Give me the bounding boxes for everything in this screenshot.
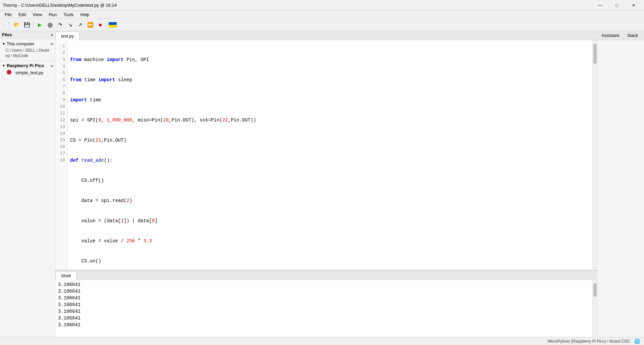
sidebar-files-label: Files <box>2 32 12 37</box>
shell-line-1: 3.106641 <box>58 281 590 288</box>
title-text: Thonny - C:\Users\DELL\Desktop\MyCode\te… <box>3 3 117 8</box>
editor-area: test.py 1 2 3 4 5 6 7 8 9 10 11 12 13 14… <box>55 31 597 337</box>
step-into-button[interactable]: ↘ <box>65 20 75 30</box>
shell-content[interactable]: 3.106641 3.106641 3.106641 3.106641 3.10… <box>55 280 592 337</box>
menu-view[interactable]: View <box>29 11 45 18</box>
editor-vscroll[interactable] <box>592 40 597 270</box>
shell-line-4: 3.106641 <box>58 301 590 308</box>
sidebar-scroll: ▼ This computer ≡ C:\ Users \ DELL \ Des… <box>0 39 55 337</box>
shell-row: 3.106641 3.106641 3.106641 3.106641 3.10… <box>55 280 597 337</box>
editor-scroll-thumb[interactable] <box>593 44 597 64</box>
debug-button[interactable]: ⬤ <box>45 20 55 30</box>
line-num-13: 13 <box>55 124 67 130</box>
new-file-button[interactable]: 📄 <box>2 20 11 30</box>
line-numbers: 1 2 3 4 5 6 7 8 9 10 11 12 13 14 15 16 1… <box>55 40 67 270</box>
sidebar-raspberry-header[interactable]: ▼ Raspberry Pi Pico ≡ <box>0 62 55 69</box>
menu-help[interactable]: Help <box>77 11 93 18</box>
sidebar-path-item[interactable]: C:\ Users \ DELL \ Desktop \ MyCode <box>0 47 55 59</box>
line-num-12: 12 <box>55 117 67 124</box>
close-button[interactable]: ✕ <box>626 0 641 10</box>
sidebar-this-computer-section: ▼ This computer ≡ C:\ Users \ DELL \ Des… <box>0 39 55 60</box>
expand-icon: ▼ <box>2 42 5 46</box>
shell-vscroll[interactable] <box>592 280 597 337</box>
shell-line-6: 3.106641 <box>58 315 590 322</box>
toolbar: 📄 📂 💾 ▶ ⬤ ↷ ↘ ↗ ⏩ ■ <box>0 19 644 31</box>
code-line-6: def read_adc(): <box>70 157 590 164</box>
stop-button[interactable]: ■ <box>96 20 105 30</box>
line-num-9: 9 <box>55 97 67 103</box>
line-num-17: 17 <box>55 150 67 157</box>
line-num-5: 5 <box>55 70 67 77</box>
menu-file[interactable]: File <box>1 11 15 18</box>
sidebar-file-label: simple_test.py <box>15 70 43 75</box>
code-line-1: from machine import Pin, SPI <box>70 56 590 63</box>
shell-scroll-thumb[interactable] <box>593 283 597 297</box>
language-icon[interactable]: 🌐 <box>634 339 640 344</box>
line-num-11: 11 <box>55 110 67 117</box>
sidebar: Files ≡ ▼ This computer ≡ C:\ Users \ DE… <box>0 31 55 337</box>
title-bar: Thonny - C:\Users\DELL\Desktop\MyCode\te… <box>0 0 644 11</box>
sidebar-collapse-icon[interactable]: ≡ <box>51 33 53 37</box>
shell-line-7: 3.106641 <box>58 322 590 328</box>
line-num-4: 4 <box>55 63 67 70</box>
window-controls: — □ ✕ <box>592 0 641 10</box>
sidebar-raspberry-label: Raspberry Pi Pico <box>7 63 44 68</box>
line-num-6: 6 <box>55 77 67 83</box>
minimize-button[interactable]: — <box>592 0 608 10</box>
shell-line-3: 3.106641 <box>58 295 590 301</box>
expand-icon-2: ▼ <box>2 64 5 67</box>
file-icon <box>7 70 13 76</box>
line-num-8: 8 <box>55 90 67 97</box>
resume-button[interactable]: ⏩ <box>86 20 95 30</box>
shell-line-2: 3.106641 <box>58 288 590 295</box>
save-file-button[interactable]: 💾 <box>22 20 32 30</box>
toolbar-separator-1 <box>33 21 34 29</box>
shell-tab-bar: Shell <box>55 270 597 280</box>
right-tab-stack[interactable]: Stack <box>623 31 642 40</box>
line-num-1: 1 <box>55 43 67 50</box>
code-line-11: CS.on() <box>70 258 590 264</box>
code-line-2: from time import sleep <box>70 77 590 83</box>
sidebar-this-computer-label: This computer <box>7 41 34 46</box>
code-line-7: CS.off() <box>70 177 590 184</box>
line-num-16: 16 <box>55 144 67 150</box>
code-line-3: import time <box>70 97 590 103</box>
line-num-15: 15 <box>55 137 67 144</box>
step-over-button[interactable]: ↷ <box>55 20 65 30</box>
line-num-3: 3 <box>55 56 67 63</box>
flag-icon <box>109 22 117 28</box>
sidebar-file-simple-test[interactable]: simple_test.py <box>0 69 55 76</box>
status-text: MicroPython (Raspberry Pi Pico) • Board … <box>548 339 630 344</box>
toolbar-separator-2 <box>107 21 107 29</box>
shell-line-5: 3.106641 <box>58 308 590 315</box>
line-num-7: 7 <box>55 83 67 90</box>
menu-edit[interactable]: Edit <box>15 11 29 18</box>
code-line-9: value = (data[1]) | data[0] <box>70 217 590 224</box>
menu-run[interactable]: Run <box>45 11 60 18</box>
code-editor[interactable]: 1 2 3 4 5 6 7 8 9 10 11 12 13 14 15 16 1… <box>55 40 597 270</box>
sidebar-files-header: Files ≡ <box>0 31 55 39</box>
code-line-4: spi = SPI(0, 1_000_000, miso=Pin(20,Pin.… <box>70 117 590 124</box>
code-line-5: CS = Pin(21,Pin.OUT) <box>70 137 590 144</box>
code-content[interactable]: from machine import Pin, SPI from time i… <box>67 40 592 270</box>
open-file-button[interactable]: 📂 <box>12 20 21 30</box>
code-line-10: value = value / 256 * 3.3 <box>70 238 590 244</box>
line-num-18: 18 <box>55 157 67 164</box>
menu-tools[interactable]: Tools <box>60 11 77 18</box>
editor-tab-test-py[interactable]: test.py <box>55 32 79 40</box>
sidebar-collapse-icon2: ≡ <box>51 42 53 46</box>
shell-tab[interactable]: Shell <box>55 271 76 280</box>
right-tabs: Assistant Stack <box>597 31 644 40</box>
step-out-button[interactable]: ↗ <box>75 20 85 30</box>
tab-bar: test.py <box>55 31 597 40</box>
code-line-8: data = spi.read(2) <box>70 197 590 204</box>
main-layout: Files ≡ ▼ This computer ≡ C:\ Users \ DE… <box>0 31 644 337</box>
sidebar-this-computer-header[interactable]: ▼ This computer ≡ <box>0 40 55 47</box>
sidebar-path-text: C:\ Users \ DELL \ Desktop \ MyCode <box>5 48 50 58</box>
line-num-2: 2 <box>55 50 67 56</box>
line-num-10: 10 <box>55 103 67 110</box>
maximize-button[interactable]: □ <box>609 0 625 10</box>
menu-bar: File Edit View Run Tools Help <box>0 11 644 19</box>
right-tab-assistant[interactable]: Assistant <box>597 31 623 40</box>
run-button[interactable]: ▶ <box>35 20 45 30</box>
